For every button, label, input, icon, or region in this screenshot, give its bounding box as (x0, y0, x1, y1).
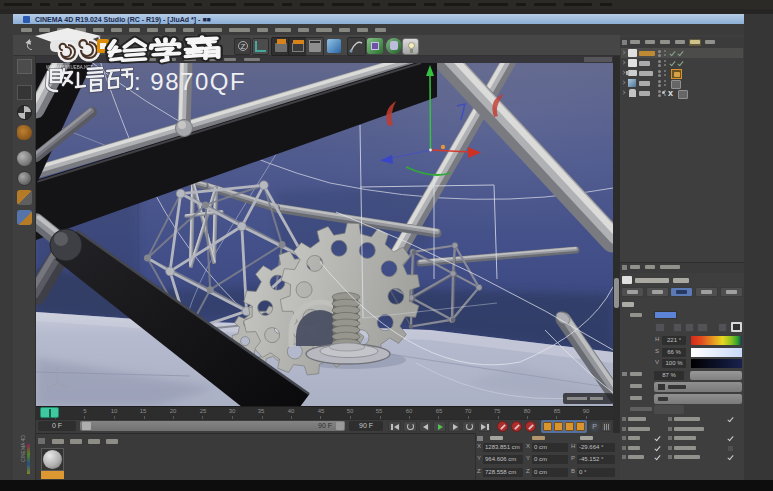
svg-text:: 9870QF: : 9870QF (134, 68, 246, 95)
